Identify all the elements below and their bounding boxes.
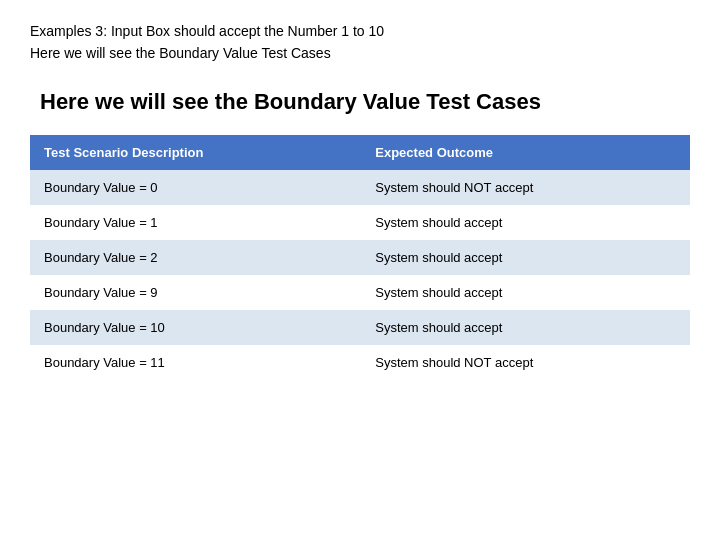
cell-scenario: Boundary Value = 2	[30, 240, 361, 275]
table-header-row: Test Scenario Description Expected Outco…	[30, 135, 690, 170]
subtitle: Here we will see the Boundary Value Test…	[30, 89, 690, 115]
cell-outcome: System should accept	[361, 310, 690, 345]
column-header-scenario: Test Scenario Description	[30, 135, 361, 170]
header-line1: Examples 3: Input Box should accept the …	[30, 20, 690, 42]
table-row: Boundary Value = 9System should accept	[30, 275, 690, 310]
page-container: Examples 3: Input Box should accept the …	[0, 0, 720, 540]
cell-scenario: Boundary Value = 11	[30, 345, 361, 380]
cell-outcome: System should accept	[361, 205, 690, 240]
cell-scenario: Boundary Value = 0	[30, 170, 361, 205]
cell-scenario: Boundary Value = 10	[30, 310, 361, 345]
table-row: Boundary Value = 10System should accept	[30, 310, 690, 345]
cell-scenario: Boundary Value = 1	[30, 205, 361, 240]
cell-outcome: System should NOT accept	[361, 170, 690, 205]
header-block: Examples 3: Input Box should accept the …	[30, 20, 690, 65]
cell-outcome: System should accept	[361, 240, 690, 275]
header-line2: Here we will see the Boundary Value Test…	[30, 42, 690, 64]
cell-outcome: System should accept	[361, 275, 690, 310]
cell-scenario: Boundary Value = 9	[30, 275, 361, 310]
table-row: Boundary Value = 11System should NOT acc…	[30, 345, 690, 380]
table-row: Boundary Value = 1System should accept	[30, 205, 690, 240]
table-row: Boundary Value = 2System should accept	[30, 240, 690, 275]
column-header-outcome: Expected Outcome	[361, 135, 690, 170]
table-row: Boundary Value = 0System should NOT acce…	[30, 170, 690, 205]
boundary-value-table: Test Scenario Description Expected Outco…	[30, 135, 690, 380]
cell-outcome: System should NOT accept	[361, 345, 690, 380]
